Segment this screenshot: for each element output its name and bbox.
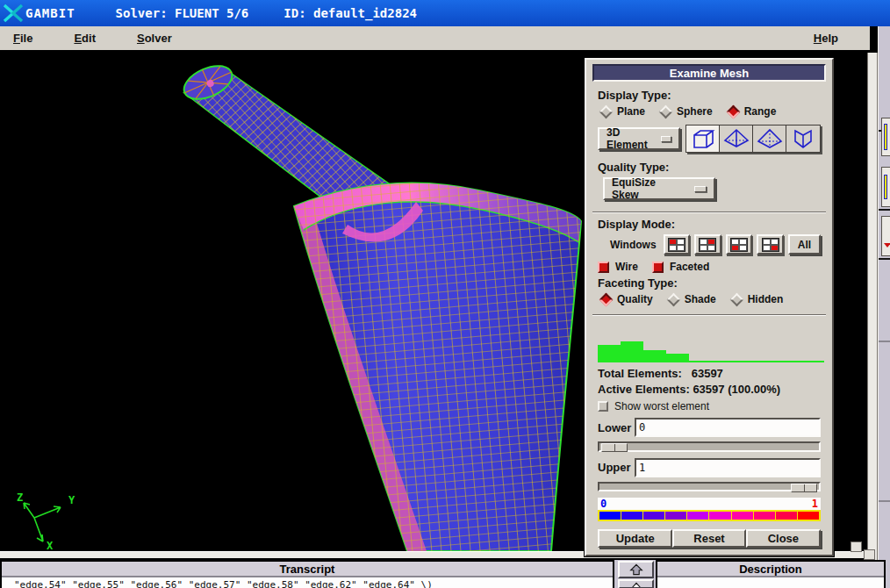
reset-button[interactable]: Reset xyxy=(672,529,745,548)
radio-quality-label[interactable]: Quality xyxy=(617,293,653,305)
sash-handle[interactable] xyxy=(864,549,875,560)
transcript-text[interactable]: "edge.54" "edge.55" "edge.56" "edge.57" … xyxy=(2,577,613,588)
toolpad-button-partial[interactable] xyxy=(881,167,890,207)
radio-range-label[interactable]: Range xyxy=(744,105,777,118)
mesh-main-body xyxy=(294,183,581,551)
menu-solver[interactable]: Solver xyxy=(137,32,172,45)
wire-label[interactable]: Wire xyxy=(615,261,638,273)
window-button-bottom-right[interactable] xyxy=(757,234,784,255)
vertical-sash[interactable] xyxy=(867,53,878,560)
lower-slider[interactable] xyxy=(598,441,821,452)
hexahedron-icon xyxy=(690,127,716,150)
histogram-bar xyxy=(643,350,666,361)
display-mode-label: Display Mode: xyxy=(598,218,821,231)
window-button-top-right[interactable] xyxy=(694,234,721,255)
quality-type-label: Quality Type: xyxy=(598,161,821,174)
faceting-type-label: Faceting Type: xyxy=(598,276,821,290)
up-arrow-outline-icon xyxy=(629,581,643,588)
colorbar-min-label: 0 xyxy=(600,498,606,510)
radio-shade[interactable] xyxy=(666,292,680,306)
histogram-bar xyxy=(598,345,621,361)
description-text xyxy=(657,577,884,588)
window-button-top-left[interactable] xyxy=(664,234,691,255)
active-elements-value: 63597 (100.00%) xyxy=(693,383,780,396)
radio-plane-label[interactable]: Plane xyxy=(617,105,645,118)
colorbar-segment xyxy=(665,512,687,520)
colorbar-max-label: 1 xyxy=(812,498,818,510)
gambit-window: GAMBIT Solver: FLUENT 5/6 ID: default_id… xyxy=(0,0,890,588)
radio-sphere[interactable] xyxy=(659,104,673,118)
colorbar-segment xyxy=(798,512,819,520)
faceted-label[interactable]: Faceted xyxy=(670,261,709,273)
separator xyxy=(592,212,826,213)
app-title: GAMBIT xyxy=(25,6,75,20)
histogram-bar xyxy=(621,341,643,361)
radio-shade-label[interactable]: Shade xyxy=(685,293,716,305)
upper-slider-thumb[interactable] xyxy=(791,484,817,492)
histogram-baseline xyxy=(598,361,824,362)
tetrahedron-icon xyxy=(723,127,750,150)
toolpad-button-partial[interactable] xyxy=(881,216,890,256)
all-windows-button[interactable]: All xyxy=(788,234,821,255)
strip-divider xyxy=(879,341,890,342)
gambit-logo-icon xyxy=(3,4,25,23)
option-menu-icon xyxy=(694,186,707,192)
lower-label: Lower xyxy=(598,421,635,434)
toolpad-button-partial[interactable] xyxy=(881,118,890,156)
colorbar-segment xyxy=(732,512,754,520)
wire-checkbox[interactable] xyxy=(598,262,609,273)
show-worst-checkbox[interactable] xyxy=(598,401,608,412)
menu-edit[interactable]: Edit xyxy=(74,32,96,45)
panel-title[interactable]: Examine Mesh xyxy=(592,64,826,82)
menu-help[interactable]: Help xyxy=(814,32,838,45)
show-worst-label[interactable]: Show worst element xyxy=(614,400,709,412)
radio-hidden-label[interactable]: Hidden xyxy=(748,293,784,305)
display-type-label: Display Type: xyxy=(598,89,821,102)
faceted-checkbox[interactable] xyxy=(652,262,664,273)
radio-range[interactable] xyxy=(726,104,740,118)
axis-z-label: Z xyxy=(17,491,23,504)
axis-triad: Z Y X xyxy=(4,490,91,551)
menu-file[interactable]: File xyxy=(13,32,32,45)
lower-input[interactable] xyxy=(635,418,821,437)
separator xyxy=(592,314,826,316)
wedge-button[interactable] xyxy=(786,125,820,152)
window-button-bottom-left[interactable] xyxy=(726,234,753,255)
element-type-dropdown-label: 3D Element xyxy=(606,126,652,151)
pyramid-icon xyxy=(757,127,783,150)
title-bar: GAMBIT Solver: FLUENT 5/6 ID: default_id… xyxy=(0,0,890,26)
total-elements-value: 63597 xyxy=(692,367,723,380)
strip-divider xyxy=(879,258,890,260)
radio-sphere-label[interactable]: Sphere xyxy=(677,105,713,118)
tetrahedron-button[interactable] xyxy=(720,125,753,152)
radio-plane[interactable] xyxy=(599,104,614,118)
transcript-window: Transcript "edge.54" "edge.55" "edge.56"… xyxy=(0,560,614,588)
radio-quality[interactable] xyxy=(599,292,614,306)
colorbar-labels: 0 1 xyxy=(598,498,821,510)
transcript-scroll-button[interactable] xyxy=(618,579,654,588)
up-arrow-icon xyxy=(629,563,643,577)
radio-hidden[interactable] xyxy=(729,292,743,306)
transcript-expand-button[interactable] xyxy=(618,561,654,578)
colorbar-segment xyxy=(621,512,643,520)
hexahedron-button[interactable] xyxy=(686,125,720,152)
colorbar-segment xyxy=(709,512,731,520)
colorbar-segment xyxy=(643,512,665,520)
quality-type-value: EquiSize Skew xyxy=(612,176,685,201)
pyramid-button[interactable] xyxy=(753,125,786,152)
option-menu-icon xyxy=(661,136,671,142)
bottom-bar: Transcript "edge.54" "edge.55" "edge.56"… xyxy=(0,560,890,588)
strip-divider xyxy=(879,209,890,211)
sash-handle[interactable] xyxy=(851,541,862,552)
lower-slider-thumb[interactable] xyxy=(601,443,628,452)
upper-slider[interactable] xyxy=(598,482,821,492)
close-button[interactable]: Close xyxy=(746,529,821,548)
update-button[interactable]: Update xyxy=(598,529,672,548)
description-window: Description xyxy=(656,560,886,588)
element-type-dropdown[interactable]: 3D Element xyxy=(598,127,680,150)
transcript-title: Transcript xyxy=(2,562,613,577)
axis-y-label: Y xyxy=(68,494,75,506)
upper-input[interactable] xyxy=(635,458,821,477)
quality-type-dropdown[interactable]: EquiSize Skew xyxy=(603,177,715,200)
windows-label: Windows xyxy=(610,239,657,251)
